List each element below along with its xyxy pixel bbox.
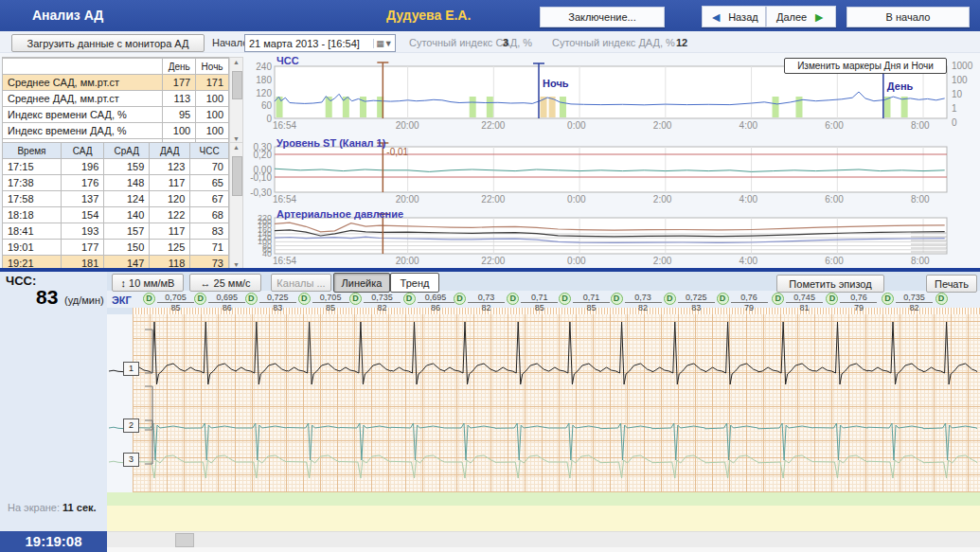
edit-day-night-markers-button[interactable]: Изменить маркеры Дня и Ночи	[784, 58, 947, 74]
rr-interval-value: 0,695	[418, 293, 454, 303]
rr-interval-value: 0,76	[731, 293, 768, 303]
start-datetime-field[interactable]: 21 марта 2013 - [16:54] ▦▼	[244, 34, 396, 52]
beat-values: 0,7679	[840, 293, 877, 312]
channel-label-1[interactable]: 1	[123, 362, 139, 376]
summary-row[interactable]: Индекс времени САД, %95100	[3, 107, 229, 123]
rr-interval-value: 0,73	[625, 293, 662, 303]
channel-label-2[interactable]: 2	[123, 418, 139, 433]
daily-index-dia-value: 12	[676, 37, 687, 48]
arrow-right-icon: ►	[812, 12, 826, 22]
beat-type-marker: D	[245, 293, 258, 305]
ecg-horizontal-scrollbar[interactable]: ‹ ›	[107, 531, 980, 548]
axis-tick-label: 60	[243, 100, 272, 111]
axis-tick-label: 2:00	[653, 120, 682, 131]
beat-type-marker: D	[403, 293, 416, 305]
channel-label-3[interactable]: 3	[123, 453, 139, 467]
summary-row[interactable]: Среднее САД, мм.рт.ст177171	[3, 75, 229, 91]
beat-type-marker: D	[826, 293, 838, 305]
daily-index-dia-label: Суточный индекс ДАД, %	[552, 37, 675, 48]
rr-interval-value: 0,73	[468, 293, 505, 303]
bottom-strip	[107, 547, 980, 552]
ecg-yellow-band	[107, 506, 980, 531]
beat-annotation: D0,7185	[507, 293, 558, 312]
abp-analysis-window: Анализ АД Дудуева Е.А. Заключение... ◄ Н…	[0, 0, 980, 552]
beat-values: 0,69586	[208, 293, 245, 312]
beat-type-marker: D	[559, 293, 571, 305]
beat-hr-value: 86	[208, 303, 245, 312]
beat-type-marker: D	[935, 293, 948, 305]
axis-tick-label: 180	[243, 75, 272, 85]
rr-interval-value: 0,76	[840, 293, 877, 303]
measurement-row[interactable]: 17:5813712412067	[3, 191, 229, 207]
beat-values: 0,7382	[625, 293, 662, 312]
beat-hr-value: 79	[840, 303, 877, 312]
axis-tick-label: 100	[952, 75, 980, 85]
ecg-paper[interactable]	[133, 314, 980, 492]
axis-tick-label: 4:00	[739, 256, 768, 266]
next-button[interactable]: Далее ►	[766, 6, 836, 27]
measurement-row[interactable]: 17:3817614811765	[3, 175, 229, 191]
col-night: Ночь	[196, 59, 229, 75]
beat-annotation: D0,7185	[559, 293, 610, 312]
channels-button[interactable]: Каналы ...	[271, 274, 331, 292]
summary-row[interactable]: Индекс времени ДАД, %100100	[3, 123, 229, 139]
beat-type-marker: D	[298, 293, 311, 305]
beat-hr-value: 86	[418, 303, 454, 312]
beat-annotation: D0,7679	[717, 293, 768, 312]
scrollbar-thumb[interactable]	[175, 533, 194, 547]
axis-tick-label: 8:00	[911, 120, 939, 131]
beat-values: 0,72583	[259, 293, 296, 312]
conclusion-button[interactable]: Заключение...	[540, 7, 665, 27]
beat-hr-value: 85	[521, 303, 558, 312]
day-marker-label: День	[887, 80, 914, 92]
beat-values: 0,72583	[678, 293, 715, 312]
measurement-row[interactable]: 19:2118114711873	[3, 256, 229, 269]
measurement-row[interactable]: 18:4119315711783	[3, 223, 229, 240]
axis-tick-label: 10	[952, 89, 980, 99]
beat-hr-value: 81	[786, 303, 823, 312]
axis-tick-label: 22:00	[481, 120, 509, 131]
load-monitor-data-button[interactable]: Загрузить данные с монитора АД	[11, 34, 205, 52]
trend-button[interactable]: Тренд	[390, 273, 439, 293]
beat-hr-value: 82	[364, 303, 401, 312]
hr-chart-title: ЧСС	[276, 55, 299, 66]
rr-interval-value: 0,745	[786, 293, 823, 303]
axis-tick-label: 16:54	[273, 120, 301, 131]
ruler-button[interactable]: Линейка	[333, 273, 390, 293]
beat-values: 0,74581	[786, 293, 823, 312]
speed-button[interactable]: ↔ 25 мм/с	[189, 274, 261, 292]
daily-index-sys-label: Суточный индекс САД, %	[409, 37, 532, 48]
measurement-row[interactable]: 18:1815414012268	[3, 207, 229, 223]
beat-values: 0,7679	[731, 293, 768, 312]
summary-table-scrollbar[interactable]: ▲▼	[229, 57, 243, 144]
axis-tick-label: 40	[243, 249, 272, 258]
home-button[interactable]: В начало	[846, 7, 970, 27]
axis-tick-label: 20:00	[396, 194, 424, 205]
summary-row[interactable]: Среднее ДАД, мм.рт.ст113100	[3, 91, 229, 107]
axis-tick-label: 6:00	[825, 194, 853, 205]
beat-type-marker: D	[143, 293, 155, 305]
axis-tick-label: 6:00	[825, 256, 853, 266]
daily-index-sys-value: 3	[503, 37, 508, 48]
back-button[interactable]: ◄ Назад	[702, 6, 766, 27]
measurement-row[interactable]: 19:0117715012571	[3, 240, 229, 256]
axis-tick-label: 22:00	[481, 256, 509, 266]
measurements-table: ВремяСАДСрАДДАДЧСС17:151961591237017:381…	[2, 142, 229, 268]
rr-interval-value: 0,695	[208, 293, 245, 303]
measurement-row[interactable]: 17:1519615912370	[3, 159, 229, 175]
hr-units: (уд/мин)	[64, 294, 104, 306]
measurements-table-scrollbar[interactable]: ▲▼	[229, 142, 243, 270]
calendar-dropdown-icon[interactable]: ▦▼	[373, 39, 395, 48]
beat-values: 0,7185	[573, 293, 610, 312]
beat-annotation: D	[935, 293, 980, 305]
gain-button[interactable]: ↕ 10 мм/мВ	[112, 274, 184, 292]
axis-tick-label: 0:00	[567, 120, 596, 131]
print-button[interactable]: Печать	[926, 275, 977, 293]
beat-annotation: D0,7382	[454, 293, 505, 312]
ecg-label: ЭКГ	[112, 294, 132, 306]
arrow-left-icon: ◄	[709, 12, 722, 22]
mark-episode-button[interactable]: Пометить эпизод	[776, 275, 884, 293]
beat-hr-value: 85	[573, 303, 610, 312]
beat-type-marker: D	[772, 293, 784, 305]
beat-annotation: D0,69586	[403, 293, 454, 312]
